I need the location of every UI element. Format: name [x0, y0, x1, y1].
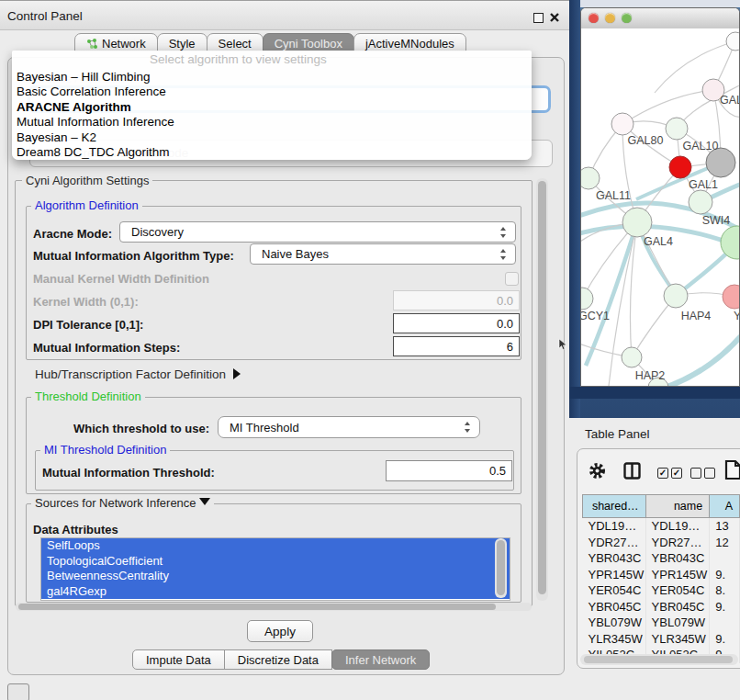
table-row[interactable]: YBR045CYBR045C9.	[583, 599, 740, 615]
cyni-algorithm-settings-title: Cyni Algorithm Settings	[22, 175, 152, 187]
hub-definition-toggle[interactable]: Hub/Transcription Factor Definition	[35, 367, 241, 381]
close-icon[interactable]	[550, 13, 559, 22]
tab-impute-data[interactable]: Impute Data	[132, 649, 225, 670]
column-header-name[interactable]: name	[645, 495, 710, 518]
node-gal11[interactable]	[581, 167, 600, 189]
dropdown-item[interactable]: Dream8 DC_TDC Algorithm	[17, 145, 170, 160]
control-panel-title: Control Panel	[7, 9, 83, 23]
node[interactable]	[726, 32, 739, 51]
tab-style[interactable]: Style	[157, 33, 207, 51]
dropdown-item[interactable]: Bayesian – Hill Climbing	[17, 70, 151, 85]
bottom-tab-bar: Impute Data Discretize Data Infer Networ…	[133, 649, 430, 670]
tab-network-label: Network	[102, 37, 146, 51]
float-window-icon[interactable]	[533, 13, 544, 23]
minimize-traffic-light[interactable]	[605, 13, 615, 23]
node-gal4[interactable]	[622, 208, 652, 237]
kernel-width-field[interactable]: 0.0	[393, 290, 520, 310]
column-header-partial[interactable]: A	[710, 495, 740, 518]
mi-threshold-group-title: MI Threshold Definition	[40, 444, 170, 457]
dropdown-item[interactable]: Basic Correlation Inference	[17, 85, 166, 99]
tab-discretize-data[interactable]: Discretize Data	[224, 649, 332, 670]
attribute-item-selected[interactable]: SelfLoops	[41, 538, 510, 554]
data-attributes-label: Data Attributes	[33, 523, 118, 536]
tab-jactivemnodules-label: jActiveMNodules	[365, 37, 454, 51]
mi-steps-value: 6	[507, 340, 513, 354]
node-label: GCY1	[581, 310, 610, 322]
network-graph	[581, 28, 739, 386]
tab-select[interactable]: Select	[207, 33, 263, 51]
tab-jactivemnodules[interactable]: jActiveMNodules	[353, 33, 466, 51]
node-gal1[interactable]	[689, 190, 712, 214]
zoom-traffic-light[interactable]	[622, 13, 632, 23]
network-window-titlebar[interactable]	[581, 8, 739, 29]
node-hap2[interactable]	[622, 347, 642, 367]
aracne-mode-label: Aracne Mode:	[33, 227, 112, 241]
document-icon[interactable]	[724, 459, 740, 480]
sources-title: Sources for Network Inference	[35, 496, 196, 510]
mouse-cursor	[558, 339, 567, 351]
collapsed-arrow-icon	[233, 368, 241, 379]
split-columns-icon[interactable]	[623, 462, 641, 480]
table-row[interactable]: YBR043CYBR043C	[583, 550, 740, 567]
node-gal80[interactable]	[611, 113, 633, 135]
tab-network[interactable]: Network	[74, 33, 158, 51]
node-label: GAL4	[644, 235, 673, 248]
minimized-panel-icon[interactable]	[7, 683, 29, 700]
attribute-item-selected[interactable]: TopologicalCoefficient	[41, 554, 510, 570]
node-hap4[interactable]	[664, 284, 688, 308]
aracne-mode-combo[interactable]: Discovery	[119, 221, 516, 243]
unchecked-box-icon	[690, 468, 701, 479]
node-gcy1[interactable]	[581, 288, 593, 310]
apply-button[interactable]: Apply	[247, 620, 313, 642]
node-gal10[interactable]	[666, 118, 688, 140]
sources-toggle[interactable]: Sources for Network Inference	[31, 497, 214, 510]
mi-threshold-field[interactable]: 0.5	[386, 460, 512, 481]
node-label: GAL1	[689, 178, 718, 191]
table-row[interactable]: YDL19…YDL19…13	[583, 518, 740, 535]
node-label: HAP2	[635, 369, 666, 382]
dropdown-item-selected[interactable]: ARACNE Algorithm	[17, 100, 131, 115]
attribute-item-selected[interactable]: gal4RGexp	[41, 584, 510, 600]
select-all-columns-icon[interactable]: ✓✓	[657, 468, 685, 484]
tab-infer-network[interactable]: Infer Network	[331, 649, 430, 670]
dropdown-item[interactable]: Mutual Information Inference	[17, 115, 174, 130]
table-hscrollbar-thumb[interactable]	[584, 656, 733, 663]
node-label: HAP4	[681, 310, 712, 322]
aracne-mode-value: Discovery	[131, 225, 184, 239]
table-row[interactable]: YLR345WYLR345W9.	[583, 631, 740, 648]
node-salmon[interactable]	[723, 285, 739, 309]
dpi-tolerance-field[interactable]: 0.0	[393, 313, 520, 333]
mi-type-combo[interactable]: Naive Bayes	[250, 243, 516, 265]
node-label: GAL11	[596, 189, 631, 202]
settings-hscrollbar-thumb[interactable]	[18, 604, 496, 610]
network-view-window: GAL GAL80 GAL10 GAL1 GAL11 GAL4 SWI4 GCY…	[580, 7, 740, 387]
table-panel-title: Table Panel	[585, 427, 650, 441]
attribute-item-selected[interactable]: BetweennessCentrality	[41, 569, 510, 584]
dpi-tolerance-label: DPI Tolerance [0,1]:	[33, 318, 143, 332]
combo-stepper-icon	[465, 422, 471, 433]
network-canvas[interactable]: GAL GAL80 GAL10 GAL1 GAL11 GAL4 SWI4 GCY…	[581, 28, 739, 386]
unchecked-box-icon	[704, 468, 715, 479]
close-traffic-light[interactable]	[589, 13, 599, 23]
attribute-list-scrollbar-thumb[interactable]	[497, 540, 505, 595]
mi-steps-field[interactable]: 6	[393, 336, 520, 356]
table-row[interactable]: YDR27…YDR27…12	[583, 535, 740, 551]
checked-box-icon: ✓	[657, 468, 668, 479]
mi-threshold-label: Mutual Information Threshold:	[42, 466, 215, 480]
hub-definition-label: Hub/Transcription Factor Definition	[35, 367, 226, 381]
table-row[interactable]: YBL079WYBL079W	[583, 615, 740, 631]
table-row[interactable]: YPR145WYPR145W9.	[583, 567, 740, 583]
manual-kernel-checkbox[interactable]	[505, 272, 519, 286]
which-threshold-combo[interactable]: MI Threshold	[218, 416, 480, 438]
settings-vscrollbar-thumb[interactable]	[538, 181, 546, 594]
dropdown-item[interactable]: Bayesian – K2	[17, 130, 96, 145]
which-threshold-label: Which threshold to use:	[73, 422, 209, 435]
table-row[interactable]: YER054CYER054C8.	[583, 582, 740, 599]
deselect-all-columns-icon[interactable]	[690, 468, 718, 484]
table-header-row: shared… name A	[583, 495, 740, 518]
gear-icon[interactable]	[589, 462, 606, 480]
tab-cyni-toolbox-label: Cyni Toolbox	[275, 37, 342, 51]
tab-cyni-toolbox[interactable]: Cyni Toolbox	[263, 33, 354, 51]
column-header-shared[interactable]: shared…	[583, 495, 646, 518]
node-red[interactable]	[669, 156, 691, 178]
